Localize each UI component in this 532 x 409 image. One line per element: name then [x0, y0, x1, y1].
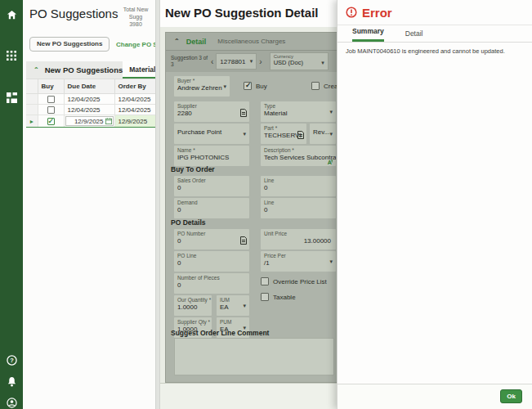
table-row[interactable]: 12/04/2025 12/04/2025 — [26, 105, 155, 115]
buy-checkbox[interactable] — [47, 96, 55, 103]
po-number-label: PO Number — [177, 231, 246, 236]
lookup-document-icon[interactable] — [240, 106, 247, 120]
line-label: Line — [264, 178, 333, 183]
rev-dropdown[interactable]: Rev... ▾ — [310, 124, 336, 144]
home-icon[interactable] — [0, 5, 23, 25]
collapse-chevron-icon[interactable]: ⌃ — [34, 66, 39, 74]
name-label: Name * — [177, 147, 246, 153]
detail-header: New PO Suggestion Detail — [160, 0, 340, 27]
grid-title: New PO Suggestions — [45, 65, 123, 74]
purchase-point-label: Purchase Point — [177, 128, 246, 136]
sales-order-field[interactable]: Sales Order 0 — [174, 176, 249, 196]
pum-label: PUM — [220, 319, 246, 325]
line-label: Line — [264, 200, 333, 205]
previous-suggestion-icon[interactable]: ‹ — [211, 57, 213, 66]
line-value: 0 — [264, 206, 333, 213]
create-checkbox[interactable] — [311, 82, 320, 90]
buy-checkbox[interactable] — [244, 82, 252, 90]
translate-icon[interactable]: A — [326, 155, 333, 166]
due-date-cell[interactable]: 12/04/2025 — [64, 105, 114, 115]
buy-checkbox[interactable] — [47, 106, 55, 114]
unit-price-value: 13.00000 — [264, 237, 333, 245]
detail-footer-bar — [160, 383, 340, 409]
ok-button[interactable]: Ok — [500, 389, 522, 403]
widgets-icon[interactable] — [0, 88, 23, 107]
currency-dropdown[interactable]: Currency USD (Doc) ▾ — [270, 52, 329, 70]
tab-summary[interactable]: Summary — [352, 27, 384, 42]
order-by-cell[interactable]: 12/04/2025 — [114, 105, 155, 115]
detail-card-tabs: ⌃ Detail Miscellaneous Charges — [166, 33, 339, 51]
error-title: Error — [362, 6, 392, 20]
po-line-field[interactable]: PO Line 0 — [174, 251, 249, 272]
our-quantity-value: 1.0000 — [177, 303, 208, 311]
purchase-point-dropdown[interactable]: Purchase Point ▾ — [174, 124, 249, 144]
tab-miscellaneous-charges[interactable]: Miscellaneous Charges — [217, 38, 285, 45]
total-label: Total New Sugg — [116, 7, 155, 21]
comment-heading: Suggest Order Line Comment — [171, 329, 269, 337]
demand-line-field[interactable]: Line 0 — [261, 198, 336, 218]
tab-material-list[interactable]: Material List — [123, 61, 155, 79]
next-suggestion-icon[interactable]: › — [259, 57, 262, 66]
create-checkbox-row: Create — [311, 82, 340, 90]
sales-order-value: 0 — [177, 184, 246, 191]
po-details-heading: PO Details — [171, 218, 206, 227]
number-of-pieces-field[interactable]: Number of Pieces 0 — [174, 273, 249, 294]
tab-detail[interactable]: Detail — [186, 38, 207, 46]
supplier-value: 2280 — [177, 110, 246, 117]
supplier-label: Supplier — [177, 103, 246, 109]
ium-dropdown[interactable]: IUM EA ▾ — [217, 295, 249, 316]
buy-checkbox-checked[interactable] — [47, 118, 55, 125]
buy-column-header[interactable]: Buy — [38, 79, 64, 94]
price-per-dropdown[interactable]: Price Per /1 ▾ — [261, 251, 336, 272]
help-icon[interactable]: ? — [0, 350, 23, 370]
chevron-down-icon: ▾ — [326, 131, 333, 137]
unit-price-field[interactable]: Unit Price 13.00000 — [261, 229, 336, 249]
supplier-field[interactable]: Supplier 2280 — [174, 101, 249, 122]
type-dropdown[interactable]: Type Material ▾ — [261, 101, 336, 122]
due-date-column-header[interactable]: Due Date — [64, 79, 114, 94]
calendar-icon[interactable] — [105, 118, 112, 124]
new-po-suggestions-button[interactable]: New PO Suggestions — [29, 37, 110, 52]
part-field[interactable]: Part * TECHSERVI — [261, 124, 306, 144]
buy-to-order-heading: Buy To Order — [171, 165, 215, 173]
sales-order-line-field[interactable]: Line 0 — [261, 176, 336, 196]
svg-text:?: ? — [10, 357, 14, 364]
our-quantity-field[interactable]: Our Quantity * 1.0000 — [174, 295, 212, 316]
table-row[interactable]: 12/04/2025 12/04/2025 — [26, 94, 155, 105]
user-account-icon[interactable] — [0, 393, 23, 409]
description-field[interactable]: Description * Tech Services Subcontra A — [261, 146, 336, 166]
due-date-input[interactable]: 12/9/2025 — [65, 116, 114, 126]
due-date-cell[interactable]: 12/04/2025 — [64, 94, 114, 105]
line-value: 0 — [264, 184, 333, 191]
indicator-column-header — [26, 79, 38, 94]
panel-splitter[interactable] — [155, 0, 160, 409]
error-footer: Ok — [338, 384, 532, 409]
demand-field[interactable]: Demand 0 — [174, 198, 249, 218]
order-line-comment-textarea[interactable] — [174, 338, 334, 375]
currency-value: USD (Doc) — [274, 59, 324, 66]
override-price-list-label: Override Price List — [273, 278, 327, 285]
po-number-field[interactable]: PO Number 0 — [174, 229, 249, 249]
suggestion-navigator: Suggestion 3 of 3 ‹ 1278801 ▾ › Currency… — [166, 51, 339, 72]
suggestion-id-dropdown[interactable]: 1278801 ▾ — [216, 53, 257, 70]
card-collapse-chevron-icon[interactable]: ⌃ — [174, 38, 180, 45]
order-by-cell[interactable]: 12/04/2025 — [114, 94, 155, 105]
override-price-list-checkbox[interactable] — [261, 277, 269, 285]
name-field[interactable]: Name * IPG PHOTONICS — [174, 146, 249, 166]
lookup-document-icon[interactable] — [297, 128, 304, 142]
buyer-dropdown[interactable]: Buyer * Andrew Zehren ▾ — [174, 76, 230, 97]
ium-label: IUM — [220, 297, 246, 303]
lookup-document-icon[interactable] — [240, 233, 247, 248]
tab-error-detail[interactable]: Detail — [405, 29, 423, 42]
order-by-column-header[interactable]: Order By — [114, 79, 155, 94]
chevron-down-icon: ▾ — [318, 60, 324, 66]
row-indicator-cell — [26, 94, 38, 105]
taxable-checkbox[interactable] — [261, 293, 269, 301]
buyer-value: Andrew Zehren — [177, 84, 226, 92]
table-row-selected[interactable]: ▸ 12/9/2025 12/9/2025 — [26, 115, 155, 128]
error-tabs: Summary Detail — [338, 25, 532, 43]
change-po-suggestions-link[interactable]: Change PO Suggestions — [116, 41, 155, 48]
notifications-bell-icon[interactable] — [0, 371, 23, 391]
order-by-cell[interactable]: 12/9/2025 — [114, 115, 155, 128]
app-menu-icon[interactable] — [0, 46, 23, 65]
